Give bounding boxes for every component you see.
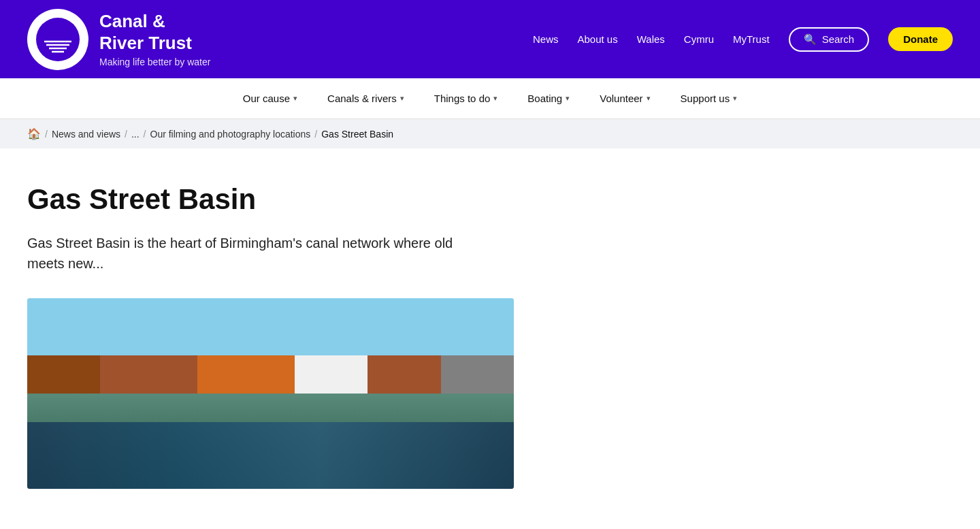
nav-label: Canals & rivers [327, 93, 397, 104]
breadcrumb-separator: / [125, 129, 127, 140]
nav-canals-rivers[interactable]: Canals & rivers ▾ [312, 78, 419, 119]
top-nav-links: News About us Wales Cymru MyTrust 🔍 Sear… [533, 27, 953, 52]
nav-label: Boating [527, 93, 562, 104]
chevron-down-icon: ▾ [647, 94, 651, 103]
nav-boating[interactable]: Boating ▾ [512, 78, 585, 119]
breadcrumb-separator: / [144, 129, 146, 140]
nav-link-cymru[interactable]: Cymru [684, 33, 714, 45]
chevron-down-icon: ▾ [733, 94, 737, 103]
nav-label: Support us [681, 93, 730, 104]
top-navigation: Canal &River Trust Making life better by… [0, 0, 980, 78]
logo-icon [27, 9, 88, 70]
nav-link-mytrust[interactable]: MyTrust [733, 33, 770, 45]
hero-image [27, 298, 514, 489]
chevron-down-icon: ▾ [493, 94, 497, 103]
breadcrumb-filming[interactable]: Our filming and photography locations [150, 129, 311, 140]
secondary-navigation: Our cause ▾ Canals & rivers ▾ Things to … [0, 78, 980, 119]
nav-volunteer[interactable]: Volunteer ▾ [585, 78, 665, 119]
brand-name: Canal &River Trust [99, 11, 210, 53]
search-label: Search [822, 33, 855, 45]
logo-link[interactable]: Canal &River Trust Making life better by… [27, 9, 533, 70]
search-button[interactable]: 🔍 Search [789, 27, 870, 52]
hero-image-container [27, 298, 514, 489]
nav-link-news[interactable]: News [533, 33, 559, 45]
logo-text: Canal &River Trust Making life better by… [99, 11, 210, 67]
nav-label: Volunteer [600, 93, 642, 104]
page-intro: Gas Street Basin is the heart of Birming… [27, 233, 463, 274]
donate-button[interactable]: Donate [888, 27, 953, 51]
main-content: Gas Street Basin Gas Street Basin is the… [0, 148, 980, 516]
breadcrumb-news[interactable]: News and views [52, 129, 120, 140]
breadcrumb-separator: / [314, 129, 317, 140]
home-icon: 🏠 [27, 128, 41, 140]
brand-tagline: Making life better by water [99, 57, 210, 67]
nav-support-us[interactable]: Support us ▾ [666, 78, 753, 119]
svg-point-0 [36, 18, 80, 61]
chevron-down-icon: ▾ [566, 94, 570, 103]
nav-link-wales[interactable]: Wales [637, 33, 665, 45]
nav-label: Things to do [434, 93, 491, 104]
chevron-down-icon: ▾ [400, 94, 404, 103]
nav-link-about[interactable]: About us [578, 33, 618, 45]
nav-things-to-do[interactable]: Things to do ▾ [419, 78, 513, 119]
nav-our-cause[interactable]: Our cause ▾ [228, 78, 312, 119]
breadcrumb-home[interactable]: 🏠 [27, 127, 41, 140]
breadcrumb-ellipsis[interactable]: ... [131, 129, 140, 140]
search-icon: 🔍 [804, 33, 817, 46]
breadcrumb: 🏠 / News and views / ... / Our filming a… [0, 119, 980, 148]
nav-label: Our cause [243, 93, 290, 104]
chevron-down-icon: ▾ [293, 94, 297, 103]
breadcrumb-separator: / [45, 129, 48, 140]
page-title: Gas Street Basin [27, 182, 585, 217]
breadcrumb-current: Gas Street Basin [321, 129, 393, 140]
